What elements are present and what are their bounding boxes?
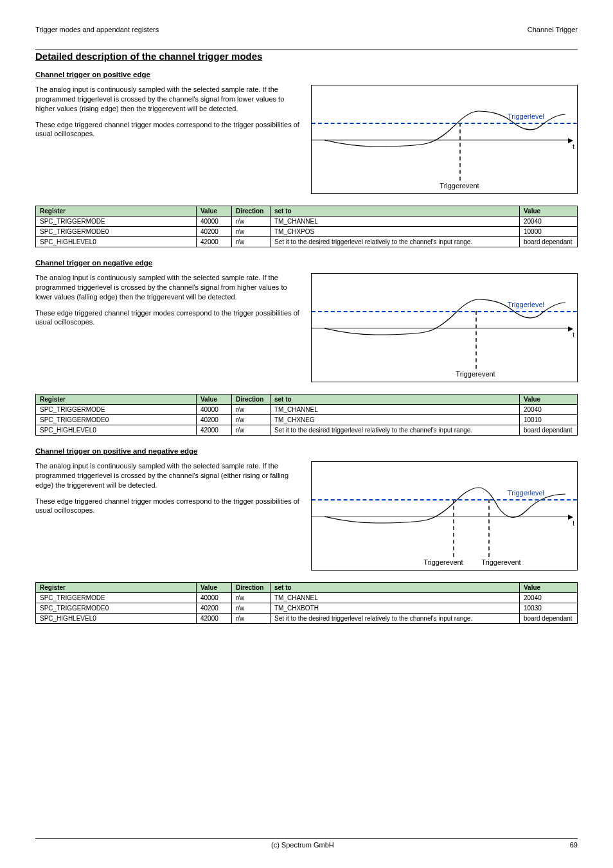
section-1-para2: These edge triggered channel trigger mod… [35, 308, 299, 328]
section-1-para1: The analog input is continuously sampled… [35, 273, 299, 302]
section-1-diagram: Triggerlevel Triggerevent t [311, 273, 578, 382]
footer-center: (c) Spectrum GmbH [271, 841, 334, 849]
page-title: Detailed description of the channel trig… [35, 51, 578, 62]
table-row: SPC_TRIGGERMODE 40000 r/w TM_CHANNEL 200… [36, 217, 578, 227]
section-0-diagram: Triggerlevel Triggerevent t [311, 85, 578, 194]
th-value: Value [197, 206, 232, 217]
section-0-para1: The analog input is continuously sampled… [35, 85, 299, 114]
th-value2: Value [520, 206, 578, 217]
section-2-para1: The analog input is continuously sampled… [35, 461, 299, 490]
th-register: Register [36, 206, 197, 217]
page-header: Trigger modes and appendant registers Ch… [35, 26, 578, 33]
register-table-1: Register Value Direction set to Value SP… [35, 394, 578, 436]
section-2: The analog input is continuously sampled… [35, 461, 578, 571]
section-1: The analog input is continuously sampled… [35, 273, 578, 382]
table-row: SPC_TRIGGERMODE 40000 r/w TM_CHANNEL 200… [36, 405, 578, 415]
table-row: SPC_HIGHLEVEL0 42000 r/w Set it to the d… [36, 237, 578, 247]
trigger-diagram-negative: Triggerlevel Triggerevent t [311, 273, 578, 382]
section-0: The analog input is continuously sampled… [35, 85, 578, 194]
trigger-diagram-positive: Triggerlevel Triggerevent t [311, 85, 578, 194]
footer-right: 69 [570, 841, 578, 849]
th-direction: Direction [232, 206, 271, 217]
section-title-0: Channel trigger on positive edge [35, 71, 578, 78]
section-2-diagram: Triggerlevel Triggerevent Triggerevent t [311, 461, 578, 571]
section-2-para2: These edge triggered channel trigger mod… [35, 497, 299, 516]
header-rule [35, 49, 578, 49]
header-right: Channel Trigger [528, 26, 578, 33]
register-table-0: Register Value Direction set to Value SP… [35, 206, 578, 247]
trigger-diagram-both: Triggerlevel Triggerevent Triggerevent t [311, 461, 578, 571]
table-row: SPC_TRIGGERMODE0 40200 r/w TM_CHXBOTH 10… [36, 603, 578, 614]
section-0-para2: These edge triggered channel trigger mod… [35, 120, 299, 139]
header-left: Trigger modes and appendant registers [35, 26, 159, 33]
table-row: SPC_TRIGGERMODE 40000 r/w TM_CHANNEL 200… [36, 593, 578, 603]
footer-rule [35, 838, 578, 839]
table-row: SPC_HIGHLEVEL0 42000 r/w Set it to the d… [36, 614, 578, 624]
th-set-to: set to [271, 206, 520, 217]
page-footer: (c) Spectrum GmbH 69 [35, 838, 578, 849]
table-row: SPC_TRIGGERMODE0 40200 r/w TM_CHXPOS 100… [36, 227, 578, 237]
table-row: SPC_HIGHLEVEL0 42000 r/w Set it to the d… [36, 425, 578, 436]
section-title-2: Channel trigger on positive and negative… [35, 447, 578, 455]
section-2-text: The analog input is continuously sampled… [35, 461, 299, 522]
section-title-1: Channel trigger on negative edge [35, 259, 578, 267]
section-0-text: The analog input is continuously sampled… [35, 85, 299, 145]
section-1-text: The analog input is continuously sampled… [35, 273, 299, 333]
table-row: SPC_TRIGGERMODE0 40200 r/w TM_CHXNEG 100… [36, 415, 578, 425]
register-table-2: Register Value Direction set to Value SP… [35, 582, 578, 624]
